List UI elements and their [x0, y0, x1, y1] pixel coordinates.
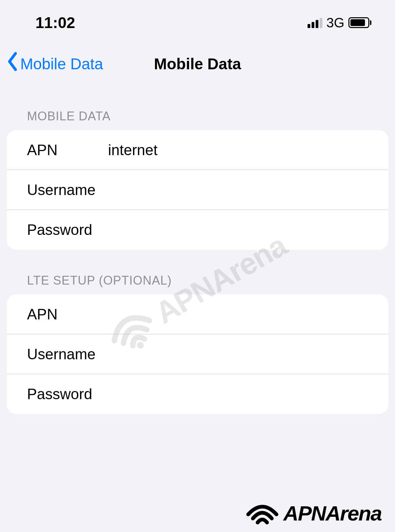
lte-username-field-row[interactable]: Username	[7, 334, 388, 374]
section-lte-setup: LTE SETUP (OPTIONAL) APN Username Passwo…	[0, 273, 395, 414]
network-type: 3G	[326, 15, 344, 30]
field-label: APN	[27, 142, 108, 159]
field-label: Username	[27, 182, 108, 198]
lte-apn-field-row[interactable]: APN	[7, 294, 388, 334]
battery-icon	[348, 17, 371, 28]
status-bar: 11:02 3G	[0, 0, 395, 39]
brand-footer: APNArena	[245, 501, 381, 525]
page-title: Mobile Data	[154, 55, 241, 73]
lte-password-field-row[interactable]: Password	[7, 374, 388, 414]
apn-field-row[interactable]: APN internet	[7, 130, 388, 170]
password-field-row[interactable]: Password	[7, 210, 388, 250]
back-label: Mobile Data	[20, 55, 103, 73]
field-label: Password	[27, 386, 108, 403]
section-group: APN internet Username Password	[7, 130, 388, 250]
status-indicators: 3G	[308, 15, 371, 30]
username-field-row[interactable]: Username	[7, 170, 388, 210]
section-group: APN Username Password	[7, 294, 388, 414]
nav-bar: Mobile Data Mobile Data	[0, 39, 395, 86]
apn-input[interactable]: internet	[108, 142, 375, 159]
brand-text: APNArena	[283, 501, 381, 525]
field-label: Username	[27, 346, 108, 363]
field-label: Password	[27, 221, 108, 238]
chevron-left-icon	[7, 52, 18, 75]
section-mobile-data: MOBILE DATA APN internet Username Passwo…	[0, 109, 395, 250]
section-header: MOBILE DATA	[0, 109, 395, 130]
back-button[interactable]: Mobile Data	[7, 52, 103, 75]
section-header: LTE SETUP (OPTIONAL)	[0, 273, 395, 294]
signal-icon	[308, 17, 322, 28]
field-label: APN	[27, 306, 108, 323]
wifi-icon	[245, 502, 279, 525]
status-time: 11:02	[35, 14, 75, 32]
